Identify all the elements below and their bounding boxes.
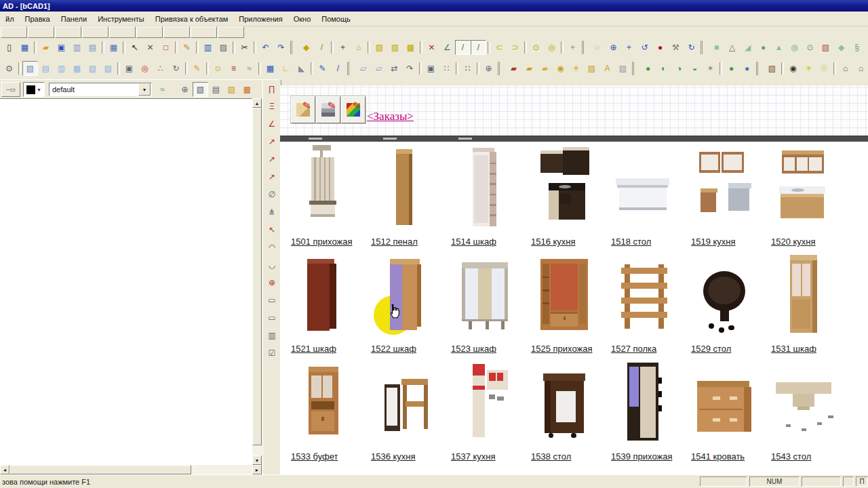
snap-midpoint-button[interactable]: / bbox=[471, 40, 486, 55]
catalog-item-label-1501[interactable]: 1501 прихожая bbox=[291, 237, 352, 247]
layer-edit-button[interactable]: ≡ bbox=[226, 61, 241, 76]
catalog-item-1537[interactable]: 1537 кухня bbox=[444, 360, 524, 463]
catalog-item-label-1543[interactable]: 1543 стол bbox=[771, 451, 811, 462]
redo-button[interactable]: ↷ bbox=[273, 40, 289, 55]
scene-view-button[interactable]: ⌂ bbox=[837, 61, 853, 76]
scroll-down-button[interactable]: ▼ bbox=[252, 455, 262, 465]
catalog-item-1533[interactable]: 1533 буфет bbox=[284, 360, 364, 463]
furniture-preview-1518[interactable] bbox=[609, 145, 679, 232]
view-orbit-button[interactable]: ↻ bbox=[168, 61, 184, 76]
catalog-item-1529[interactable]: 1529 стол bbox=[684, 252, 764, 355]
sphere-move-button[interactable]: ● bbox=[739, 61, 755, 76]
snap-xyz-button[interactable]: ⊕ bbox=[264, 274, 280, 291]
snap-circle-button[interactable]: ⊙ bbox=[528, 40, 544, 55]
drawing-canvas[interactable]: Z bbox=[0, 98, 252, 465]
catalog-item-1543[interactable]: 1543 стол bbox=[764, 360, 844, 463]
material-db-button[interactable]: ▥ bbox=[264, 327, 280, 344]
furniture-preview-1501[interactable] bbox=[289, 145, 359, 232]
move-view-button[interactable]: + bbox=[621, 40, 637, 55]
catalog-item-1519[interactable]: 1519 кухня bbox=[684, 145, 764, 248]
solid-box-button[interactable]: ■ bbox=[709, 40, 724, 55]
furniture-preview-1541[interactable] bbox=[689, 360, 760, 447]
solid-cylinder-button[interactable]: ⊙ bbox=[802, 40, 818, 55]
catalog-item-1531[interactable]: 1531 шкаф bbox=[764, 252, 844, 355]
select-cursor-button[interactable]: ↖ bbox=[127, 40, 142, 55]
furniture-preview-1512[interactable] bbox=[369, 145, 439, 232]
import-doc-button[interactable]: ▤ bbox=[85, 40, 100, 55]
catalog-item-label-1525[interactable]: 1525 прихожая bbox=[531, 344, 592, 354]
snap-angle-button[interactable]: ∠ bbox=[439, 40, 455, 55]
catalog-item-1538[interactable]: 1538 стол bbox=[524, 360, 604, 463]
stamp-step-button[interactable]: ▭ bbox=[264, 309, 280, 327]
catalog-item-1525[interactable]: 1525 прихожая bbox=[524, 252, 604, 355]
toolbar-tab-slot[interactable] bbox=[55, 26, 81, 38]
dim-beam-button[interactable]: Ξ bbox=[264, 98, 280, 115]
view-back-button[interactable]: ▨ bbox=[100, 61, 116, 76]
undo-button[interactable]: ↶ bbox=[258, 40, 273, 55]
orders-link[interactable]: <Заказы> bbox=[367, 110, 414, 123]
catalog-item-label-1522[interactable]: 1522 шкаф bbox=[371, 344, 416, 354]
dim-chain-button[interactable]: ∠ bbox=[264, 115, 280, 133]
furniture-preview-1543[interactable] bbox=[769, 360, 840, 447]
catalog-item-1541[interactable]: 1541 кровать bbox=[684, 360, 764, 463]
export-doc-button[interactable]: ▥ bbox=[69, 40, 85, 55]
furniture-preview-1531[interactable] bbox=[769, 252, 840, 339]
catalog-item-label-1518[interactable]: 1518 стол bbox=[611, 237, 651, 247]
dim-segment-1-button[interactable]: ↗ bbox=[264, 133, 280, 150]
order-editor-button[interactable]: ✎ bbox=[316, 96, 340, 123]
mirror-button[interactable]: ⇄ bbox=[387, 61, 402, 76]
catalog-item-1518[interactable]: 1518 стол bbox=[604, 145, 684, 248]
material-layers-button[interactable]: ▰ bbox=[521, 61, 537, 76]
shade-render-button[interactable]: ▩ bbox=[239, 82, 255, 97]
deselect-button[interactable]: ✕ bbox=[142, 40, 158, 55]
toolbar-tab-slot[interactable] bbox=[191, 26, 217, 38]
line-tool-button[interactable]: / bbox=[330, 61, 346, 76]
solid-profile-button[interactable]: S bbox=[865, 40, 868, 55]
catalog-item-1536[interactable]: 1536 кухня bbox=[364, 360, 444, 463]
group-select-button[interactable]: ▣ bbox=[423, 61, 439, 76]
shade-sphere-wire-button[interactable]: ⊕ bbox=[177, 82, 193, 97]
render-camera-button[interactable]: ◉ bbox=[785, 61, 801, 76]
snap-point-button[interactable]: + bbox=[565, 40, 580, 55]
dim-arc-large-button[interactable]: ◡ bbox=[264, 256, 280, 274]
new-file-button[interactable]: ▯ bbox=[1, 40, 17, 55]
furniture-preview-1539[interactable] bbox=[609, 360, 679, 447]
catalog-item-1523[interactable]: 1523 шкаф bbox=[444, 252, 524, 355]
pin-toolbar-button[interactable]: −▭ bbox=[1, 82, 20, 97]
menu-item-1[interactable]: йл bbox=[0, 14, 20, 24]
furniture-preview-1529[interactable] bbox=[689, 252, 760, 339]
furniture-preview-1523[interactable] bbox=[449, 252, 519, 339]
catalog-item-label-1527[interactable]: 1527 полка bbox=[611, 344, 656, 354]
catalog-item-1520[interactable]: 1520 кухня bbox=[764, 145, 844, 248]
toolbar-tab-slot[interactable] bbox=[163, 26, 190, 38]
view-points-button[interactable]: ∴ bbox=[153, 61, 168, 76]
snap-face-iso-button[interactable]: ▩ bbox=[403, 40, 418, 55]
ucs-corner-button[interactable]: ∟ bbox=[278, 61, 294, 76]
snap-endpoint-button[interactable]: / bbox=[455, 40, 471, 55]
catalog-item-1514[interactable]: 1514 шкаф bbox=[444, 145, 524, 248]
menu-item-3[interactable]: Панели bbox=[56, 14, 92, 24]
scroll-right-button[interactable]: ► bbox=[252, 465, 262, 474]
snap-face-front-button[interactable]: ▨ bbox=[387, 40, 403, 55]
furniture-preview-1525[interactable] bbox=[529, 252, 599, 339]
draw-pencil-button[interactable]: ✎ bbox=[189, 61, 205, 76]
vertical-scroll-thumb[interactable] bbox=[252, 108, 262, 445]
open-folder-button[interactable]: ▰ bbox=[38, 40, 54, 55]
catalog-item-label-1531[interactable]: 1531 шкаф bbox=[771, 344, 816, 354]
color-swatch-button[interactable]: ▼ bbox=[23, 82, 45, 97]
dim-leader-button[interactable]: ↖ bbox=[264, 221, 280, 239]
solid-extrude-button[interactable]: ◢ bbox=[740, 40, 755, 55]
horizontal-scroll-thumb[interactable] bbox=[9, 465, 191, 474]
catalog-item-label-1521[interactable]: 1521 шкаф bbox=[291, 344, 336, 354]
shade-hidden-line-button[interactable]: ▤ bbox=[208, 82, 224, 97]
dim-diameter-button[interactable]: ∅ bbox=[264, 186, 280, 203]
scroll-up-button[interactable]: ▲ bbox=[252, 98, 262, 108]
save-button[interactable]: ▣ bbox=[54, 40, 69, 55]
catalog-item-label-1537[interactable]: 1537 кухня bbox=[451, 451, 496, 462]
shade-wireframe-button[interactable]: ▧ bbox=[193, 82, 208, 97]
toolbar-tab-slot[interactable] bbox=[109, 26, 136, 38]
snap-intersection-button[interactable]: ✕ bbox=[424, 40, 439, 55]
bool-slice-button[interactable]: ◒ bbox=[687, 61, 703, 76]
bool-intersect-button[interactable]: ◑ bbox=[671, 61, 687, 76]
solid-spring-button[interactable]: § bbox=[849, 40, 865, 55]
